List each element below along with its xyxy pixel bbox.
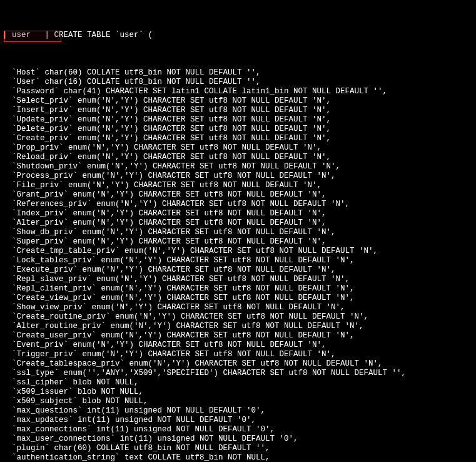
column-def-line: `Execute_priv` enum('N','Y') CHARACTER S… xyxy=(3,265,473,275)
column-def-line: `Create_priv` enum('N','Y') CHARACTER SE… xyxy=(3,134,473,143)
column-def-line: `Show_view_priv` enum('N','Y') CHARACTER… xyxy=(3,303,473,312)
column-def-line: `Password` char(41) CHARACTER SET latin1… xyxy=(3,87,473,96)
column-def-line: `User` char(16) COLLATE utf8_bin NOT NUL… xyxy=(3,78,473,87)
column-def-line: `Lock_tables_priv` enum('N','Y') CHARACT… xyxy=(3,256,473,265)
column-def-line: `Reload_priv` enum('N','Y') CHARACTER SE… xyxy=(3,153,473,162)
column-def-line: `plugin` char(60) COLLATE utf8_bin NOT N… xyxy=(3,444,473,453)
column-def-line: `max_questions` int(11) unsigned NOT NUL… xyxy=(3,406,473,416)
column-def-line: `Trigger_priv` enum('N','Y') CHARACTER S… xyxy=(3,350,473,359)
column-def-line: `Event_priv` enum('N','Y') CHARACTER SET… xyxy=(3,341,473,350)
column-def-line: `max_connections` int(11) unsigned NOT N… xyxy=(3,425,473,434)
column-def-line: `Index_priv` enum('N','Y') CHARACTER SET… xyxy=(3,209,473,218)
column-def-line: `Create_tmp_table_priv` enum('N','Y') CH… xyxy=(3,247,473,256)
column-def-line: `Create_user_priv` enum('N','Y') CHARACT… xyxy=(3,331,473,341)
column-def-line: `Show_db_priv` enum('N','Y') CHARACTER S… xyxy=(3,228,473,237)
column-def-line: `File_priv` enum('N','Y') CHARACTER SET … xyxy=(3,181,473,190)
column-def-line: `Process_priv` enum('N','Y') CHARACTER S… xyxy=(3,172,473,181)
table-header-line: | user | CREATE TABLE `user` ( xyxy=(3,31,473,40)
column-def-line: `Host` char(60) COLLATE utf8_bin NOT NUL… xyxy=(3,68,473,78)
column-def-line: `Alter_routine_priv` enum('N','Y') CHARA… xyxy=(3,322,473,331)
column-def-line: `Select_priv` enum('N','Y') CHARACTER SE… xyxy=(3,96,473,106)
column-def-line: `Repl_client_priv` enum('N','Y') CHARACT… xyxy=(3,284,473,294)
column-def-line: `Update_priv` enum('N','Y') CHARACTER SE… xyxy=(3,115,473,125)
column-def-line: `ssl_type` enum('','ANY','X509','SPECIFI… xyxy=(3,369,473,378)
column-def-line: `max_updates` int(11) unsigned NOT NULL … xyxy=(3,416,473,425)
column-def-line: `Super_priv` enum('N','Y') CHARACTER SET… xyxy=(3,237,473,247)
column-def-line: `x509_subject` blob NOT NULL, xyxy=(3,397,473,406)
column-def-line: `x509_issuer` blob NOT NULL, xyxy=(3,388,473,397)
column-def-line: `Create_routine_priv` enum('N','Y') CHAR… xyxy=(3,312,473,322)
column-def-line: `Alter_priv` enum('N','Y') CHARACTER SET… xyxy=(3,218,473,228)
column-def-line: `max_user_connections` int(11) unsigned … xyxy=(3,434,473,444)
column-def-line: `Repl_slave_priv` enum('N','Y') CHARACTE… xyxy=(3,275,473,284)
column-def-line: `Create_tablespace_priv` enum('N','Y') C… xyxy=(3,359,473,369)
column-def-line: `ssl_cipher` blob NOT NULL, xyxy=(3,378,473,388)
terminal-output: | user | CREATE TABLE `user` ( `Host` ch… xyxy=(0,0,476,462)
column-def-line: `Shutdown_priv` enum('N','Y') CHARACTER … xyxy=(3,162,473,172)
column-def-line: `Create_view_priv` enum('N','Y') CHARACT… xyxy=(3,294,473,303)
column-def-line: `Insert_priv` enum('N','Y') CHARACTER SE… xyxy=(3,106,473,115)
column-def-line: `Grant_priv` enum('N','Y') CHARACTER SET… xyxy=(3,190,473,200)
column-def-line: `Drop_priv` enum('N','Y') CHARACTER SET … xyxy=(3,143,473,153)
column-def-line: `References_priv` enum('N','Y') CHARACTE… xyxy=(3,200,473,209)
column-definitions: `Host` char(60) COLLATE utf8_bin NOT NUL… xyxy=(3,68,473,462)
column-def-line: `Delete_priv` enum('N','Y') CHARACTER SE… xyxy=(3,125,473,134)
column-def-line: `authentication_string` text COLLATE utf… xyxy=(3,453,473,462)
